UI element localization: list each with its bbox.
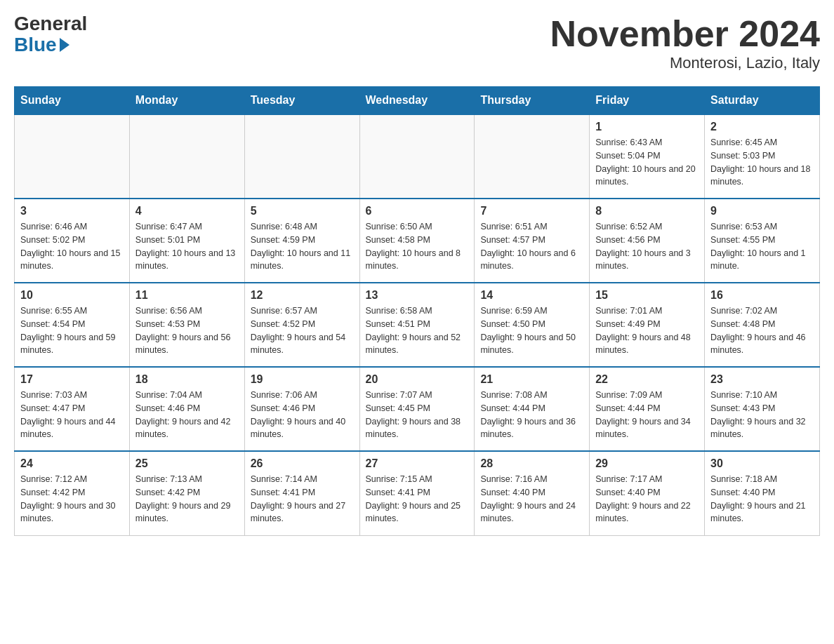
day-info: Sunrise: 6:48 AMSunset: 4:59 PMDaylight:…	[251, 220, 354, 273]
calendar-day-cell: 21Sunrise: 7:08 AMSunset: 4:44 PMDayligh…	[475, 367, 590, 451]
day-of-week-header: Saturday	[705, 87, 820, 115]
calendar-day-cell: 8Sunrise: 6:52 AMSunset: 4:56 PMDaylight…	[590, 199, 705, 283]
page-header: General Blue November 2024 Monterosi, La…	[14, 14, 820, 72]
day-of-week-header: Thursday	[475, 87, 590, 115]
day-info: Sunrise: 6:59 AMSunset: 4:50 PMDaylight:…	[480, 304, 583, 357]
day-number: 28	[480, 457, 583, 470]
calendar-day-cell: 16Sunrise: 7:02 AMSunset: 4:48 PMDayligh…	[705, 283, 820, 367]
day-number: 16	[710, 289, 814, 302]
day-number: 24	[20, 457, 124, 470]
calendar-day-cell	[129, 114, 244, 199]
calendar-day-cell	[15, 114, 130, 199]
calendar-week-row: 3Sunrise: 6:46 AMSunset: 5:02 PMDaylight…	[15, 199, 820, 283]
day-info: Sunrise: 6:57 AMSunset: 4:52 PMDaylight:…	[251, 304, 354, 357]
day-info: Sunrise: 7:02 AMSunset: 4:48 PMDaylight:…	[710, 304, 814, 357]
day-of-week-header: Tuesday	[244, 87, 359, 115]
day-number: 5	[251, 205, 354, 217]
day-info: Sunrise: 6:53 AMSunset: 4:55 PMDaylight:…	[710, 220, 814, 273]
day-info: Sunrise: 7:06 AMSunset: 4:46 PMDaylight:…	[251, 389, 354, 441]
day-number: 2	[710, 121, 814, 133]
calendar-table: SundayMondayTuesdayWednesdayThursdayFrid…	[14, 86, 820, 536]
logo: General Blue	[14, 14, 87, 56]
calendar-day-cell: 1Sunrise: 6:43 AMSunset: 5:04 PMDaylight…	[590, 114, 705, 199]
calendar-day-cell: 11Sunrise: 6:56 AMSunset: 4:53 PMDayligh…	[129, 283, 244, 367]
logo-general-text: General	[14, 14, 87, 34]
day-info: Sunrise: 7:04 AMSunset: 4:46 PMDaylight:…	[135, 389, 239, 441]
calendar-day-cell: 6Sunrise: 6:50 AMSunset: 4:58 PMDaylight…	[359, 199, 475, 283]
day-number: 23	[710, 373, 814, 386]
calendar-day-cell: 23Sunrise: 7:10 AMSunset: 4:43 PMDayligh…	[705, 367, 820, 451]
calendar-week-row: 17Sunrise: 7:03 AMSunset: 4:47 PMDayligh…	[15, 367, 820, 451]
day-info: Sunrise: 7:12 AMSunset: 4:42 PMDaylight:…	[20, 473, 124, 525]
calendar-day-cell: 20Sunrise: 7:07 AMSunset: 4:45 PMDayligh…	[359, 367, 475, 451]
day-info: Sunrise: 7:08 AMSunset: 4:44 PMDaylight:…	[480, 389, 583, 441]
day-number: 14	[480, 289, 583, 302]
day-number: 8	[595, 205, 699, 217]
day-number: 15	[595, 289, 699, 302]
day-info: Sunrise: 6:51 AMSunset: 4:57 PMDaylight:…	[480, 220, 583, 273]
page-title: November 2024	[550, 14, 820, 54]
day-number: 29	[595, 457, 699, 470]
day-info: Sunrise: 6:52 AMSunset: 4:56 PMDaylight:…	[595, 220, 699, 273]
day-info: Sunrise: 6:45 AMSunset: 5:03 PMDaylight:…	[710, 136, 814, 189]
day-info: Sunrise: 6:46 AMSunset: 5:02 PMDaylight:…	[20, 220, 124, 273]
day-info: Sunrise: 7:01 AMSunset: 4:49 PMDaylight:…	[595, 304, 699, 357]
calendar-day-cell: 14Sunrise: 6:59 AMSunset: 4:50 PMDayligh…	[475, 283, 590, 367]
calendar-day-cell: 19Sunrise: 7:06 AMSunset: 4:46 PMDayligh…	[244, 367, 359, 451]
day-info: Sunrise: 6:43 AMSunset: 5:04 PMDaylight:…	[595, 136, 699, 189]
calendar-day-cell: 13Sunrise: 6:58 AMSunset: 4:51 PMDayligh…	[359, 283, 475, 367]
calendar-day-cell: 29Sunrise: 7:17 AMSunset: 4:40 PMDayligh…	[590, 451, 705, 535]
calendar-day-cell	[359, 114, 475, 199]
calendar-day-cell: 28Sunrise: 7:16 AMSunset: 4:40 PMDayligh…	[475, 451, 590, 535]
day-info: Sunrise: 6:47 AMSunset: 5:01 PMDaylight:…	[135, 220, 239, 273]
calendar-header-row: SundayMondayTuesdayWednesdayThursdayFrid…	[15, 87, 820, 115]
calendar-day-cell: 2Sunrise: 6:45 AMSunset: 5:03 PMDaylight…	[705, 114, 820, 199]
day-number: 18	[135, 373, 239, 386]
day-info: Sunrise: 7:13 AMSunset: 4:42 PMDaylight:…	[135, 473, 239, 525]
calendar-day-cell: 25Sunrise: 7:13 AMSunset: 4:42 PMDayligh…	[129, 451, 244, 535]
calendar-day-cell: 5Sunrise: 6:48 AMSunset: 4:59 PMDaylight…	[244, 199, 359, 283]
day-number: 6	[366, 205, 469, 217]
day-info: Sunrise: 6:58 AMSunset: 4:51 PMDaylight:…	[366, 304, 469, 357]
day-info: Sunrise: 6:56 AMSunset: 4:53 PMDaylight:…	[135, 304, 239, 357]
day-of-week-header: Monday	[129, 87, 244, 115]
day-number: 7	[480, 205, 583, 217]
day-number: 20	[366, 373, 469, 386]
calendar-week-row: 24Sunrise: 7:12 AMSunset: 4:42 PMDayligh…	[15, 451, 820, 535]
day-number: 21	[480, 373, 583, 386]
day-number: 9	[710, 205, 814, 217]
day-number: 1	[595, 121, 699, 133]
day-number: 27	[366, 457, 469, 470]
day-number: 17	[20, 373, 124, 386]
calendar-day-cell: 18Sunrise: 7:04 AMSunset: 4:46 PMDayligh…	[129, 367, 244, 451]
calendar-day-cell: 4Sunrise: 6:47 AMSunset: 5:01 PMDaylight…	[129, 199, 244, 283]
calendar-day-cell: 17Sunrise: 7:03 AMSunset: 4:47 PMDayligh…	[15, 367, 130, 451]
day-of-week-header: Friday	[590, 87, 705, 115]
day-number: 11	[135, 289, 239, 302]
day-info: Sunrise: 7:18 AMSunset: 4:40 PMDaylight:…	[710, 473, 814, 525]
day-info: Sunrise: 6:50 AMSunset: 4:58 PMDaylight:…	[366, 220, 469, 273]
day-info: Sunrise: 7:10 AMSunset: 4:43 PMDaylight:…	[710, 389, 814, 441]
day-number: 19	[251, 373, 354, 386]
day-number: 10	[20, 289, 124, 302]
calendar-day-cell	[244, 114, 359, 199]
calendar-day-cell: 27Sunrise: 7:15 AMSunset: 4:41 PMDayligh…	[359, 451, 475, 535]
day-number: 26	[251, 457, 354, 470]
day-number: 13	[366, 289, 469, 302]
day-info: Sunrise: 7:17 AMSunset: 4:40 PMDaylight:…	[595, 473, 699, 525]
calendar-day-cell: 24Sunrise: 7:12 AMSunset: 4:42 PMDayligh…	[15, 451, 130, 535]
day-info: Sunrise: 7:03 AMSunset: 4:47 PMDaylight:…	[20, 389, 124, 441]
calendar-day-cell: 22Sunrise: 7:09 AMSunset: 4:44 PMDayligh…	[590, 367, 705, 451]
day-of-week-header: Wednesday	[359, 87, 475, 115]
day-info: Sunrise: 6:55 AMSunset: 4:54 PMDaylight:…	[20, 304, 124, 357]
day-info: Sunrise: 7:14 AMSunset: 4:41 PMDaylight:…	[251, 473, 354, 525]
day-info: Sunrise: 7:07 AMSunset: 4:45 PMDaylight:…	[366, 389, 469, 441]
calendar-week-row: 1Sunrise: 6:43 AMSunset: 5:04 PMDaylight…	[15, 114, 820, 199]
logo-blue-text: Blue	[14, 34, 70, 56]
day-number: 30	[710, 457, 814, 470]
day-of-week-header: Sunday	[15, 87, 130, 115]
calendar-day-cell: 15Sunrise: 7:01 AMSunset: 4:49 PMDayligh…	[590, 283, 705, 367]
title-section: November 2024 Monterosi, Lazio, Italy	[550, 14, 820, 72]
day-number: 3	[20, 205, 124, 217]
calendar-day-cell: 30Sunrise: 7:18 AMSunset: 4:40 PMDayligh…	[705, 451, 820, 535]
